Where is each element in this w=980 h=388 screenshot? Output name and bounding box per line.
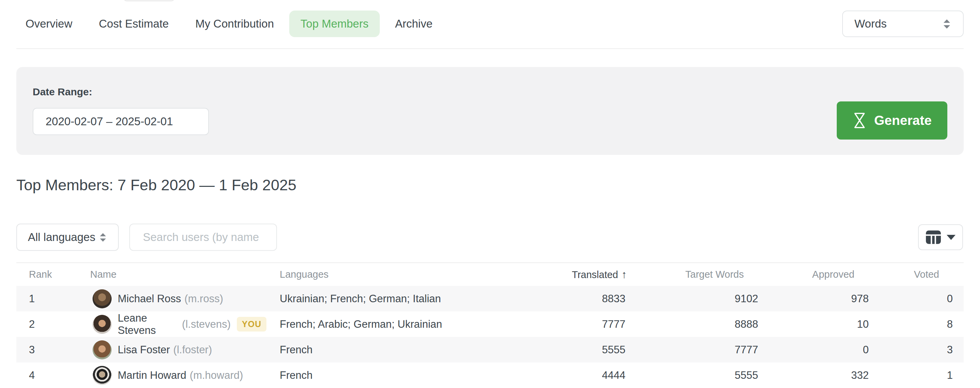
- report-generator-panel: Date Range: 2020-02-07 – 2025-02-01 Gene…: [16, 67, 964, 155]
- generate-button[interactable]: Generate: [837, 102, 947, 140]
- rank-cell: 3: [16, 344, 78, 356]
- generate-button-label: Generate: [874, 113, 932, 128]
- approved-cell: 10: [762, 318, 873, 331]
- voted-cell: 0: [873, 293, 964, 305]
- translated-cell: 5555: [542, 344, 630, 356]
- name-cell: Leane Stevens (l.stevens) YOU: [78, 312, 266, 337]
- table-columns-icon: [926, 230, 941, 244]
- target-words-cell: 7777: [630, 344, 762, 356]
- user-link[interactable]: Lisa Foster (l.foster): [92, 340, 212, 359]
- table-row: 1 Michael Ross (m.ross) Ukrainian; Frenc…: [16, 286, 964, 312]
- name-cell: Martin Howard (m.howard): [78, 366, 266, 385]
- report-tabs: Overview Cost Estimate My Contribution T…: [14, 11, 444, 37]
- column-header-approved[interactable]: Approved: [762, 269, 873, 280]
- target-words-cell: 8888: [630, 318, 762, 331]
- user-username: (l.foster): [173, 344, 212, 356]
- avatar[interactable]: [92, 340, 111, 359]
- rank-cell: 1: [16, 293, 78, 305]
- date-range-label: Date Range:: [33, 86, 92, 98]
- column-header-translated-label: Translated: [572, 269, 618, 280]
- user-link[interactable]: Michael Ross (m.ross): [92, 289, 223, 308]
- tabs-divider: [16, 48, 964, 49]
- cropped-top-element: [123, 0, 175, 2]
- approved-cell: 978: [762, 293, 873, 305]
- rank-cell: 2: [16, 318, 78, 331]
- user-full-name: Lisa Foster: [118, 344, 170, 356]
- you-badge: YOU: [237, 317, 266, 331]
- column-header-rank[interactable]: Rank: [16, 269, 78, 280]
- user-link[interactable]: Leane Stevens (l.stevens): [92, 312, 231, 337]
- search-input[interactable]: [129, 224, 277, 251]
- voted-cell: 3: [873, 344, 964, 356]
- avatar[interactable]: [92, 289, 111, 308]
- user-full-name: Michael Ross: [118, 293, 181, 305]
- translated-cell: 8833: [542, 293, 630, 305]
- hourglass-icon: [853, 112, 867, 129]
- tab-archive[interactable]: Archive: [384, 11, 444, 37]
- date-range-input[interactable]: 2020-02-07 – 2025-02-01: [33, 108, 209, 135]
- column-header-target-words[interactable]: Target Words: [630, 269, 762, 280]
- target-words-cell: 9102: [630, 293, 762, 305]
- table-row: 3 Lisa Foster (l.foster) French 5555 777…: [16, 337, 964, 363]
- reports-page: Overview Cost Estimate My Contribution T…: [0, 0, 980, 388]
- tab-top-members[interactable]: Top Members: [289, 11, 380, 37]
- name-cell: Michael Ross (m.ross): [78, 289, 266, 308]
- languages-cell: French; Arabic; German; Ukrainian: [266, 318, 542, 331]
- user-full-name: Leane Stevens: [118, 312, 179, 337]
- column-header-name[interactable]: Name: [78, 269, 266, 280]
- avatar[interactable]: [92, 315, 111, 334]
- voted-cell: 1: [873, 369, 964, 382]
- page-title: Top Members: 7 Feb 2020 — 1 Feb 2025: [16, 176, 296, 194]
- user-full-name: Martin Howard: [118, 369, 186, 382]
- languages-cell: Ukrainian; French; German; Italian: [266, 293, 542, 305]
- languages-cell: French: [266, 369, 542, 382]
- user-username: (l.stevens): [182, 318, 231, 331]
- table-header-row: Rank Name Languages Translated↑ Target W…: [16, 262, 964, 286]
- column-header-translated[interactable]: Translated↑: [542, 269, 630, 281]
- select-arrows-icon: [99, 232, 107, 242]
- user-username: (m.ross): [185, 293, 223, 305]
- tab-cost-estimate[interactable]: Cost Estimate: [88, 11, 180, 37]
- name-cell: Lisa Foster (l.foster): [78, 340, 266, 359]
- language-filter-select[interactable]: All languages: [16, 224, 119, 251]
- members-table: Rank Name Languages Translated↑ Target W…: [16, 262, 964, 388]
- date-range-value: 2020-02-07 – 2025-02-01: [46, 115, 173, 128]
- column-settings-button[interactable]: [918, 224, 963, 250]
- tab-overview[interactable]: Overview: [14, 11, 84, 37]
- avatar[interactable]: [92, 366, 111, 385]
- translated-cell: 4444: [542, 369, 630, 382]
- sort-ascending-icon: ↑: [622, 269, 627, 280]
- approved-cell: 332: [762, 369, 873, 382]
- user-link[interactable]: Martin Howard (m.howard): [92, 366, 243, 385]
- language-filter-value: All languages: [28, 231, 95, 244]
- translated-cell: 7777: [542, 318, 630, 331]
- rank-cell: 4: [16, 369, 78, 382]
- column-header-languages[interactable]: Languages: [266, 269, 542, 280]
- unit-select[interactable]: Words: [842, 11, 964, 37]
- tab-my-contribution[interactable]: My Contribution: [184, 11, 285, 37]
- user-username: (m.howard): [190, 369, 243, 382]
- unit-select-value: Words: [854, 17, 887, 30]
- filters-row: All languages: [16, 224, 964, 251]
- languages-cell: French: [266, 344, 542, 356]
- table-row: 2 Leane Stevens (l.stevens) YOU French; …: [16, 312, 964, 337]
- select-arrows-icon: [942, 19, 951, 29]
- target-words-cell: 5555: [630, 369, 762, 382]
- caret-down-icon: [947, 235, 956, 240]
- voted-cell: 8: [873, 318, 964, 331]
- table-row: 4 Martin Howard (m.howard) French 4444 5…: [16, 363, 964, 388]
- approved-cell: 0: [762, 344, 873, 356]
- column-header-voted[interactable]: Voted: [873, 269, 964, 280]
